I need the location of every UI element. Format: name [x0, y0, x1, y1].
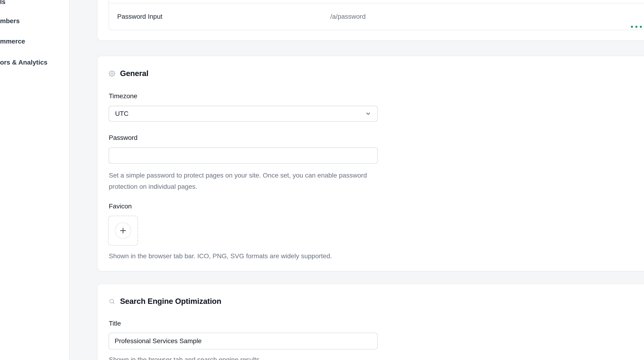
- timezone-select[interactable]: UTC: [108, 106, 378, 122]
- table-row[interactable]: Password Input /a/password: [109, 4, 644, 30]
- password-label: Password: [109, 133, 138, 142]
- gear-icon: [109, 70, 115, 77]
- sidebar-item-4[interactable]: ors & Analytics: [0, 58, 48, 67]
- seo-card: Search Engine Optimization Title Shown i…: [97, 284, 644, 360]
- general-header: General: [109, 69, 148, 78]
- seo-title-input[interactable]: [108, 333, 378, 350]
- sidebar-item-2[interactable]: mbers: [0, 16, 20, 26]
- general-title: General: [120, 69, 148, 78]
- timezone-value: UTC: [115, 110, 129, 118]
- search-icon: [109, 298, 115, 304]
- chevron-down-icon: [365, 111, 371, 117]
- favicon-label: Favicon: [109, 202, 132, 211]
- seo-title: Search Engine Optimization: [120, 296, 221, 306]
- seo-header: Search Engine Optimization: [109, 296, 221, 306]
- sidebar-item-1[interactable]: ls: [0, 0, 6, 6]
- timezone-label: Timezone: [109, 92, 137, 101]
- path-row-name: Password Input: [117, 4, 162, 30]
- plus-icon: [118, 226, 128, 235]
- favicon-upload-box[interactable]: [108, 216, 138, 246]
- sidebar-item-3[interactable]: mmerce: [0, 37, 25, 46]
- paths-card: Password Input /a/password: [97, 0, 644, 41]
- seo-title-help-text: Shown in the browser tab and search engi…: [109, 354, 436, 360]
- ellipsis-icon[interactable]: [631, 26, 642, 28]
- sidebar: ls mbers mmerce ors & Analytics: [0, 0, 70, 360]
- favicon-help-text: Shown in the browser tab bar. ICO, PNG, …: [109, 250, 436, 262]
- general-card: General Timezone UTC Password Set a simp…: [97, 56, 644, 272]
- path-row-container: Password Input /a/password: [108, 0, 644, 30]
- password-input[interactable]: [108, 147, 378, 164]
- path-row-path: /a/password: [330, 4, 366, 30]
- favicon-upload-button[interactable]: [115, 222, 131, 239]
- site-settings-page: ls mbers mmerce ors & Analytics Password…: [0, 0, 644, 360]
- seo-title-label: Title: [109, 319, 121, 328]
- password-help-text: Set a simple password to protect pages o…: [109, 170, 386, 192]
